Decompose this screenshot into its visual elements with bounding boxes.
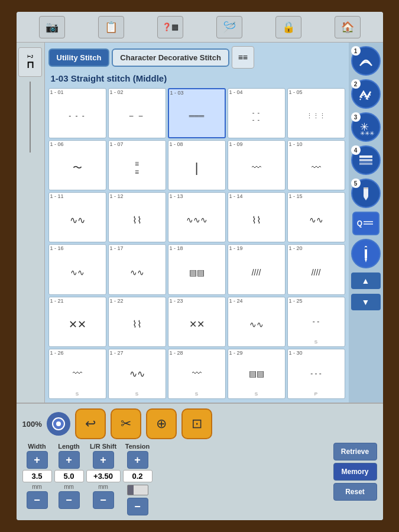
tension-value: 0.2 (123, 470, 153, 482)
needle-button[interactable] (351, 239, 381, 268)
sewing-button[interactable]: 🪡 (216, 16, 242, 38)
width-label: Width (28, 443, 46, 450)
stitch-1-21[interactable]: 1 - 21 ✕✕ (48, 297, 106, 347)
stitch-1-02[interactable]: 1 - 02 – – (108, 88, 166, 138)
main-screen: 📷 📋 ❓▦ 🪡 🔒 🏠 ⊢J ⊓ Utility Stitch Charact… (17, 12, 383, 520)
stitch-preview-icon: ≡≡ (232, 46, 254, 69)
stitch-grid: 1 - 01 - - - 1 - 02 – – 1 - 03 ═══ 1 - 0… (48, 88, 345, 399)
home-button[interactable]: 🏠 (335, 16, 361, 38)
undo-button[interactable]: ↩ (75, 408, 106, 439)
category-1-button[interactable]: 1 (351, 46, 381, 76)
stitch-1-15[interactable]: 1 - 15 ∿∿ (287, 192, 345, 242)
category-3-button[interactable]: 3 ✳ ✳✳✳ (351, 112, 381, 142)
left-panel: ⊢J ⊓ (17, 43, 45, 403)
tension-stepper: + 0.2 − (123, 451, 153, 515)
stitch-1-17[interactable]: 1 - 17 ∿∿ (108, 244, 166, 294)
lr-shift-unit: mm (98, 484, 108, 490)
scroll-up-button[interactable]: ▲ (351, 273, 381, 289)
tension-plus-button[interactable]: + (127, 451, 148, 469)
length-minus-button[interactable]: − (59, 491, 80, 509)
help-button[interactable]: ❓▦ (157, 16, 183, 38)
length-label: Length (58, 443, 80, 450)
needle-down-button[interactable]: ⊡ (181, 408, 212, 439)
scissors-button[interactable]: ✂ (111, 408, 141, 439)
lr-shift-value: +3.50 (86, 470, 121, 482)
length-stepper: + 5.0 mm − (54, 451, 84, 509)
stitch-1-09[interactable]: 1 - 09 〰 (228, 140, 286, 190)
camera-button[interactable]: 📷 (39, 16, 65, 38)
stitch-1-10[interactable]: 1 - 10 〰 (287, 140, 345, 190)
stitch-1-08[interactable]: 1 - 08 | (168, 140, 226, 190)
stitch-1-06[interactable]: 1 - 06 〜 (48, 140, 106, 190)
stitch-1-24[interactable]: 1 - 24 ∿∿ (228, 297, 286, 347)
stitch-1-18[interactable]: 1 - 18 ▤▤ (168, 244, 226, 294)
center-panel: Utility Stitch Character Decorative Stit… (45, 43, 349, 403)
category-q-button[interactable]: Q (352, 212, 379, 235)
width-group: Width + 3.5 mm − (22, 443, 52, 509)
q-stitch-icon (362, 219, 374, 228)
utility-stitch-tab[interactable]: Utility Stitch (48, 48, 110, 67)
length-value: 5.0 (54, 470, 84, 482)
star-stitch-icon: ✳ ✳✳✳ (358, 119, 374, 135)
main-area: ⊢J ⊓ Utility Stitch Character Decorative… (17, 43, 383, 403)
tension-minus-button[interactable]: − (127, 498, 148, 515)
stitch-1-14[interactable]: 1 - 14 ⌇⌇ (228, 192, 286, 242)
lr-shift-label: L/R Shift (90, 443, 116, 450)
category-4-button[interactable]: 4 (351, 145, 381, 175)
svg-marker-6 (364, 197, 368, 200)
width-stepper: + 3.5 mm − (22, 451, 52, 509)
lock-button[interactable]: 🔒 (275, 16, 301, 38)
stitch-1-27[interactable]: 1 - 27 ∿∿ S (108, 349, 166, 399)
stitch-1-07[interactable]: 1 - 07 ≡≡ (108, 140, 166, 190)
length-group: Length + 5.0 mm − (54, 443, 84, 509)
stitch-1-22[interactable]: 1 - 22 ⌇⌇ (108, 297, 166, 347)
memory-button[interactable]: Memory (333, 463, 377, 481)
lr-shift-group: L/R Shift + +3.50 mm − (86, 443, 121, 509)
pencil-icon (358, 185, 374, 202)
stitch-1-12[interactable]: 1 - 12 ⌇⌇ (108, 192, 166, 242)
selected-stitch-label: 1-03 Straight stitch (Middle) (48, 72, 345, 85)
svg-text:✳✳✳: ✳✳✳ (360, 130, 374, 135)
params-row: Width + 3.5 mm − Length + 5.0 mm − (22, 443, 377, 515)
width-unit: mm (32, 484, 42, 490)
length-plus-button[interactable]: + (59, 451, 80, 469)
stitch-1-29[interactable]: 1 - 29 ▤▤ S (228, 349, 286, 399)
retrieve-button[interactable]: Retrieve (333, 443, 377, 460)
stitch-1-23[interactable]: 1 - 23 ✕✕ (168, 297, 226, 347)
stitch-1-13[interactable]: 1 - 13 ∿∿∿ (168, 192, 226, 242)
stitch-1-30[interactable]: 1 - 30 - - - P (287, 349, 345, 399)
stitch-1-28[interactable]: 1 - 28 〰 S (168, 349, 226, 399)
document-button[interactable]: 📋 (98, 16, 124, 38)
stitch-1-05[interactable]: 1 - 05 ⋮⋮⋮ (287, 88, 345, 138)
stitch-1-25[interactable]: 1 - 25 - - S (287, 297, 345, 347)
scroll-down-button[interactable]: ▼ (351, 294, 381, 310)
bar-stitch-icon (358, 152, 374, 168)
width-plus-button[interactable]: + (27, 451, 48, 469)
width-minus-button[interactable]: − (27, 491, 48, 509)
stitch-1-01[interactable]: 1 - 01 - - - (48, 88, 106, 138)
stitch-1-04[interactable]: 1 - 04 - -- - (228, 88, 286, 138)
reset-button[interactable]: Reset (333, 483, 377, 501)
lr-shift-plus-button[interactable]: + (93, 451, 114, 469)
right-panel: 1 2 3 ✳ ✳✳✳ (349, 43, 383, 403)
category-2-button[interactable]: 2 (351, 79, 381, 109)
stitch-1-20[interactable]: 1 - 20 //// (287, 244, 345, 294)
svg-rect-7 (364, 187, 368, 189)
action-buttons-row: 100% ↩ ✂ ⊕ ⊡ (22, 408, 377, 439)
stitch-1-19[interactable]: 1 - 19 //// (228, 244, 286, 294)
stitch-1-11[interactable]: 1 - 11 ∿∿ (48, 192, 106, 242)
stitch-1-26[interactable]: 1 - 26 〰 S (48, 349, 106, 399)
percent-label: 100% (22, 420, 42, 429)
right-buttons: Retrieve Memory Reset (333, 443, 377, 501)
top-toolbar: 📷 📋 ❓▦ 🪡 🔒 🏠 (17, 12, 383, 43)
category-5-button[interactable]: 5 (351, 179, 381, 208)
tension-group: Tension + 0.2 − (123, 443, 153, 515)
anchor-button[interactable]: ⊕ (146, 408, 177, 439)
stitch-tabs: Utility Stitch Character Decorative Stit… (48, 46, 345, 69)
stitch-1-03[interactable]: 1 - 03 ═══ (168, 88, 226, 138)
thread-loop-icon (358, 53, 374, 69)
foot-indicator: ⊢J ⊓ (18, 47, 42, 77)
stitch-1-16[interactable]: 1 - 16 ∿∿ (48, 244, 106, 294)
lr-shift-minus-button[interactable]: − (93, 491, 114, 509)
decorative-stitch-tab[interactable]: Character Decorative Stitch (112, 48, 229, 67)
